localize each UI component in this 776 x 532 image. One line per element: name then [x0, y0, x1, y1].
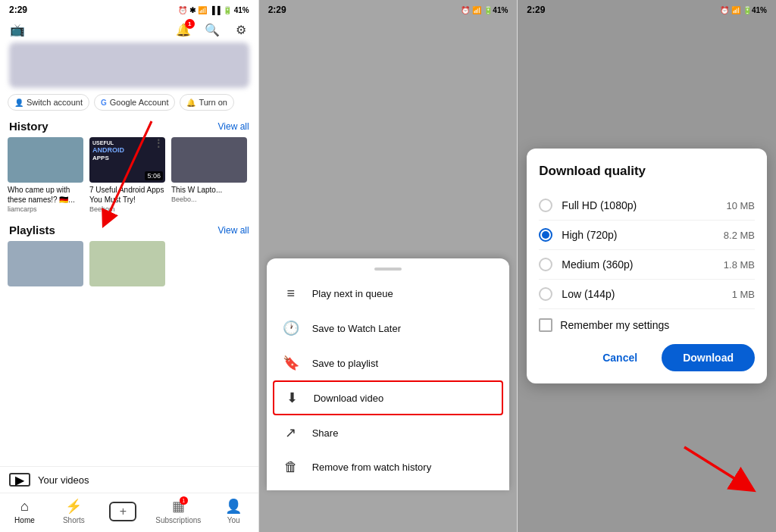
- thumb-channel-2: Beebo...: [171, 196, 247, 203]
- quality-option-3[interactable]: Low (144p) 1 MB: [539, 280, 755, 309]
- wifi-icon-2: 📶: [472, 6, 481, 14]
- quality-name-2: Medium (360p): [562, 258, 714, 271]
- more-icon-1[interactable]: ⋮: [153, 137, 164, 149]
- menu-remove-history-label: Remove from watch history: [312, 462, 432, 473]
- tab-subscriptions-label: Subscriptions: [155, 516, 201, 524]
- playlists-header-1: Playlists View all: [0, 221, 258, 241]
- phone-panel-3: 2:29 ⏰ 📶 🔋41% Download quality Full HD (…: [518, 0, 776, 532]
- download-video-icon: ⬇: [283, 390, 302, 406]
- your-videos-icon: ▶: [9, 473, 30, 487]
- status-time-1: 2:29: [9, 5, 27, 15]
- turn-on-chip[interactable]: 🔔 Turn on: [180, 94, 234, 111]
- remember-checkbox[interactable]: [539, 318, 552, 332]
- share-icon: ↗: [282, 424, 300, 441]
- tab-home-label: Home: [14, 516, 35, 524]
- quality-size-2: 1.8 MB: [724, 259, 755, 271]
- quality-size-1: 8.2 MB: [724, 230, 755, 241]
- tab-bar-1: ⌂ Home ⚡ Shorts + ▦1 Subscriptions 👤 You: [0, 493, 258, 532]
- status-bar-2: 2:29 ⏰ 📶 🔋41%: [259, 0, 518, 18]
- thumb-channel-1: Beebom: [89, 205, 165, 213]
- battery-percent-1: 41%: [234, 6, 249, 14]
- download-button[interactable]: Download: [662, 344, 755, 371]
- history-item-0[interactable]: Who came up with these names!? 🇩🇪... lia…: [8, 137, 83, 213]
- quality-size-0: 10 MB: [726, 200, 755, 211]
- history-item-2[interactable]: This W Lapto... Beebo...: [171, 137, 247, 213]
- menu-watch-later[interactable]: 🕐 Save to Watch Later: [267, 311, 510, 346]
- tab-add[interactable]: +: [106, 502, 139, 521]
- bell-icon[interactable]: 🔔1: [175, 21, 192, 38]
- menu-play-next[interactable]: ≡ Play next in queue: [267, 277, 510, 311]
- settings-icon[interactable]: ⚙: [233, 21, 249, 38]
- quality-option-2[interactable]: Medium (360p) 1.8 MB: [539, 250, 755, 280]
- menu-play-next-label: Play next in queue: [312, 288, 393, 299]
- switch-account-label: Switch account: [27, 98, 83, 107]
- tab-shorts[interactable]: ⚡ Shorts: [57, 498, 90, 524]
- context-menu: ≡ Play next in queue 🕐 Save to Watch Lat…: [267, 258, 510, 490]
- tab-home[interactable]: ⌂ Home: [8, 499, 41, 524]
- quality-name-3: Low (144p): [562, 288, 722, 300]
- status-icons-3: ⏰ 📶 🔋41%: [720, 6, 767, 14]
- you-icon: 👤: [225, 498, 242, 515]
- quality-option-1[interactable]: High (720p) 8.2 MB: [539, 221, 755, 250]
- radio-fullhd[interactable]: [539, 199, 552, 212]
- radio-medium[interactable]: [539, 258, 552, 271]
- remember-settings-row[interactable]: Remember my settings: [539, 309, 755, 335]
- alarm-icon-2: ⏰: [461, 6, 470, 14]
- phone-panel-2: 2:29 ⏰ 📶 🔋41% ≡ Play next in queue 🕐 Sav…: [259, 0, 518, 532]
- history-scroll-1: Who came up with these names!? 🇩🇪... lia…: [0, 137, 258, 221]
- search-icon[interactable]: 🔍: [204, 21, 221, 38]
- quality-name-0: Full HD (1080p): [562, 199, 717, 211]
- radio-selected-dot: [542, 231, 549, 239]
- menu-watch-later-label: Save to Watch Later: [312, 323, 401, 334]
- thumb-img-0: [8, 137, 83, 183]
- status-bar-1: 2:29 ⏰ ✱ 📶 ▐▐ 🔋 41%: [0, 0, 258, 18]
- hero-image-1: [9, 42, 249, 88]
- tab-you[interactable]: 👤 You: [217, 498, 250, 524]
- history-header-1: History View all: [0, 117, 258, 137]
- playlist-thumb-0[interactable]: [8, 241, 83, 286]
- signal-icon: ▐▐: [209, 6, 220, 14]
- playlist-thumb-1[interactable]: [89, 241, 165, 286]
- thumb-title-1: 7 Useful Android Apps You Must Try!: [89, 185, 165, 205]
- tab-subscriptions[interactable]: ▦1 Subscriptions: [155, 498, 201, 524]
- battery-icon-2: 🔋41%: [483, 6, 508, 14]
- status-bar-3: 2:29 ⏰ 📶 🔋41%: [518, 0, 776, 18]
- menu-save-playlist-label: Save to playlist: [312, 358, 378, 369]
- playlists-view-all-1[interactable]: View all: [218, 225, 249, 236]
- save-playlist-icon: 🔖: [282, 355, 300, 371]
- switch-account-icon: 👤: [14, 99, 23, 107]
- play-next-icon: ≡: [282, 286, 300, 302]
- radio-low[interactable]: [539, 287, 552, 301]
- menu-share[interactable]: ↗ Share: [267, 415, 510, 450]
- quality-option-0[interactable]: Full HD (1080p) 10 MB: [539, 191, 755, 221]
- bluetooth-icon: ✱: [189, 6, 196, 14]
- turn-on-label: Turn on: [199, 98, 227, 107]
- tab-shorts-label: Shorts: [63, 516, 85, 524]
- menu-save-playlist[interactable]: 🔖 Save to playlist: [267, 346, 510, 380]
- thumb-img-2: [171, 137, 247, 183]
- thumb-title-2: This W Lapto...: [171, 185, 247, 195]
- cast-icon[interactable]: 📺: [9, 21, 26, 38]
- battery-icon-3: 🔋41%: [743, 6, 767, 14]
- download-quality-modal: Download quality Full HD (1080p) 10 MB H…: [527, 149, 767, 383]
- history-item-1[interactable]: USEFUL ANDROID APPS 5:06 ⋮ 7 Useful Andr…: [89, 137, 165, 213]
- modal-title: Download quality: [539, 164, 755, 179]
- status-time-3: 2:29: [527, 5, 545, 15]
- history-view-all-1[interactable]: View all: [218, 121, 249, 132]
- alarm-icon: ⏰: [178, 6, 187, 14]
- status-icons-2: ⏰ 📶 🔋41%: [461, 6, 508, 14]
- status-time-2: 2:29: [268, 5, 286, 15]
- status-icons-1: ⏰ ✱ 📶 ▐▐ 🔋 41%: [178, 6, 249, 14]
- top-nav-1: 📺 🔔1 🔍 ⚙: [0, 18, 258, 42]
- remove-history-icon: 🗑: [282, 459, 300, 475]
- your-videos-row[interactable]: ▶ Your videos: [0, 466, 258, 493]
- cancel-button[interactable]: Cancel: [586, 344, 654, 371]
- radio-high[interactable]: [539, 228, 552, 242]
- android-android-text: ANDROID: [92, 146, 162, 155]
- thumb-channel-0: liamcarps: [8, 205, 83, 213]
- menu-remove-history[interactable]: 🗑 Remove from watch history: [267, 450, 510, 484]
- quality-size-3: 1 MB: [732, 289, 755, 300]
- switch-account-chip[interactable]: 👤 Switch account: [8, 94, 89, 111]
- menu-download-video[interactable]: ⬇ Download video: [273, 380, 504, 415]
- google-account-chip[interactable]: G Google Account: [94, 94, 175, 111]
